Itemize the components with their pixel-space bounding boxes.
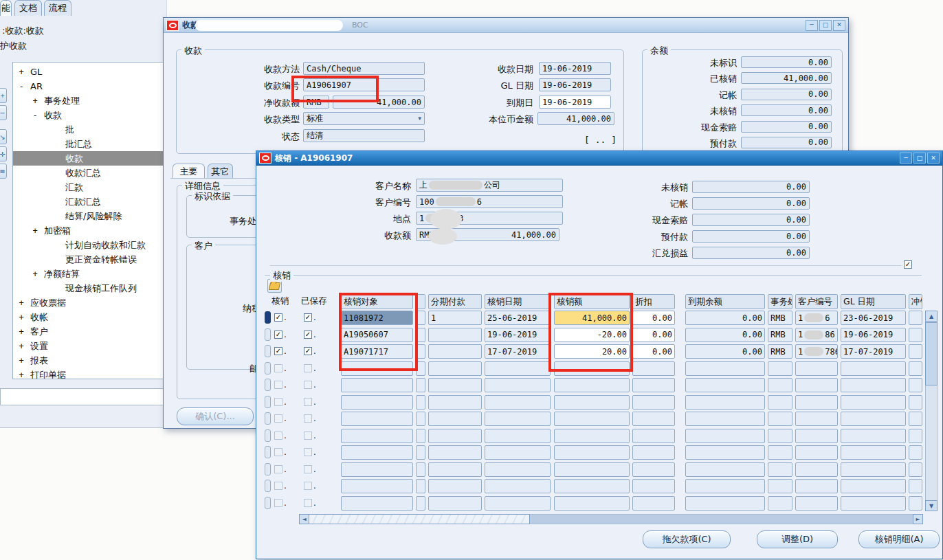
saved-checkbox[interactable] bbox=[304, 313, 312, 322]
apply-date-cell[interactable] bbox=[485, 462, 551, 477]
apply-date-cell[interactable]: 19-06-2019 bbox=[485, 328, 551, 342]
tab-main[interactable]: 主要 bbox=[173, 164, 205, 179]
amount-applied-cell[interactable] bbox=[554, 462, 630, 477]
tree-item[interactable]: + 事务处理 bbox=[13, 93, 166, 108]
tab-processes[interactable]: 流程 bbox=[44, 0, 71, 16]
tree-expander-icon[interactable]: + bbox=[16, 341, 26, 351]
method-field[interactable]: Cash/Cheque bbox=[303, 62, 425, 75]
header-installment[interactable]: 分期付款 bbox=[428, 294, 482, 309]
applied-checkbox[interactable] bbox=[274, 482, 282, 490]
row-selector[interactable] bbox=[265, 497, 271, 509]
tree-expander-icon[interactable]: - bbox=[30, 111, 40, 120]
discount-cell[interactable]: 0.00 bbox=[632, 311, 675, 325]
installment-cell[interactable] bbox=[428, 496, 482, 511]
apply-to-cell[interactable]: A19050607 bbox=[341, 328, 413, 342]
toolbar-open-button[interactable]: ↘ bbox=[0, 129, 7, 144]
maturity-date-field[interactable]: 19-06-2019 bbox=[539, 96, 611, 109]
apply-date-cell[interactable] bbox=[485, 378, 551, 392]
row-selector[interactable] bbox=[265, 429, 271, 442]
chargeback-button[interactable]: 拖欠款项(C) bbox=[643, 530, 731, 548]
applied-checkbox[interactable] bbox=[274, 499, 282, 507]
tree-item[interactable]: 批 bbox=[13, 122, 166, 137]
maximize-icon[interactable]: □ bbox=[819, 20, 832, 31]
tree-item[interactable]: 收款汇总 bbox=[13, 166, 166, 180]
tree-item[interactable]: - 收款 bbox=[13, 108, 166, 122]
tree-expander-icon[interactable]: + bbox=[16, 327, 26, 337]
tab-documents[interactable]: 文档 bbox=[14, 0, 42, 16]
discount-cell[interactable] bbox=[632, 462, 675, 477]
row-selector[interactable] bbox=[265, 480, 271, 492]
apply-date-cell[interactable] bbox=[485, 395, 551, 410]
tree-item[interactable]: + 加密箱 bbox=[13, 223, 166, 238]
installment-cell[interactable] bbox=[428, 462, 482, 477]
amount-applied-cell[interactable] bbox=[554, 395, 630, 410]
discount-cell[interactable] bbox=[632, 395, 675, 410]
tree-item[interactable]: - AR bbox=[13, 79, 166, 93]
confirm-button[interactable]: 确认(C)... bbox=[177, 407, 254, 425]
row-selector[interactable] bbox=[265, 345, 271, 357]
vertical-scroll-thumb[interactable] bbox=[925, 322, 938, 385]
tree-expander-icon[interactable]: - bbox=[16, 82, 26, 91]
saved-checkbox[interactable] bbox=[304, 331, 312, 339]
tree-expander-icon[interactable]: + bbox=[16, 370, 26, 380]
installment-cell[interactable] bbox=[428, 479, 482, 493]
tree-item[interactable]: 计划自动收款和汇款 bbox=[13, 238, 166, 252]
minimize-icon[interactable]: ─ bbox=[806, 20, 818, 31]
scroll-down-icon[interactable]: ▼ bbox=[925, 500, 938, 511]
applied-checkbox[interactable] bbox=[274, 414, 282, 423]
installment-cell[interactable] bbox=[428, 378, 482, 392]
amount-applied-cell[interactable]: 41,000.00 bbox=[554, 311, 630, 325]
amount-applied-cell[interactable]: -20.00 bbox=[554, 328, 630, 342]
tree-item[interactable]: + 应收票据 bbox=[13, 295, 166, 310]
horizontal-scroll-thumb[interactable] bbox=[309, 514, 530, 524]
amount-applied-cell[interactable] bbox=[554, 479, 630, 493]
amount-applied-cell[interactable] bbox=[554, 496, 630, 511]
customer-number-field[interactable]: 100 6 bbox=[416, 195, 563, 208]
tree-expander-icon[interactable]: + bbox=[30, 96, 40, 106]
tree-item[interactable]: 汇款 bbox=[13, 180, 166, 194]
header-amount-applied[interactable]: 核销额 bbox=[554, 294, 630, 309]
apply-date-cell[interactable] bbox=[485, 361, 551, 376]
discount-cell[interactable] bbox=[632, 479, 675, 493]
saved-checkbox[interactable] bbox=[304, 448, 312, 456]
tree-expander-icon[interactable]: + bbox=[16, 356, 26, 366]
saved-checkbox[interactable] bbox=[304, 499, 312, 507]
amount-applied-cell[interactable] bbox=[554, 429, 630, 443]
row-selector[interactable] bbox=[265, 362, 271, 374]
discount-cell[interactable]: 0.00 bbox=[632, 344, 675, 359]
apply-to-cell[interactable] bbox=[341, 462, 413, 477]
apply-to-cell[interactable] bbox=[341, 479, 413, 493]
row-selector[interactable] bbox=[265, 379, 271, 391]
chevron-down-icon[interactable]: ▼ bbox=[418, 115, 421, 122]
tree-item[interactable]: + GL bbox=[13, 65, 166, 79]
tree-item[interactable]: 结算/风险解除 bbox=[13, 209, 166, 223]
status-field[interactable]: 结清 bbox=[303, 129, 425, 142]
tree-item[interactable]: + 设置 bbox=[13, 339, 166, 353]
apply-to-cell[interactable]: A19071717 bbox=[341, 344, 413, 359]
applied-checkbox[interactable] bbox=[274, 381, 282, 389]
apply-to-cell[interactable]: 11081972 bbox=[341, 311, 413, 325]
saved-checkbox[interactable] bbox=[304, 347, 312, 355]
discount-cell[interactable] bbox=[632, 496, 675, 511]
apply-date-cell[interactable] bbox=[485, 429, 551, 443]
tree-item[interactable]: + 收帐 bbox=[13, 310, 166, 324]
tree-item[interactable]: 收款 bbox=[13, 151, 166, 166]
scroll-right-icon[interactable]: ► bbox=[913, 514, 923, 524]
tree-item[interactable]: + 客户 bbox=[13, 324, 166, 339]
apply-to-cell[interactable] bbox=[341, 445, 413, 460]
tree-item[interactable]: 汇款汇总 bbox=[13, 194, 166, 209]
apply-date-cell[interactable] bbox=[485, 496, 551, 511]
header-apply-to[interactable]: 核销对象 bbox=[341, 294, 413, 309]
apply-to-cell[interactable] bbox=[341, 378, 413, 392]
applied-checkbox[interactable] bbox=[274, 347, 282, 355]
receipt-number-field[interactable]: A19061907 bbox=[303, 78, 425, 91]
open-balances-checkbox[interactable] bbox=[904, 260, 912, 269]
tree-expander-icon[interactable]: + bbox=[16, 313, 26, 322]
saved-checkbox[interactable] bbox=[304, 414, 312, 423]
saved-checkbox[interactable] bbox=[304, 432, 312, 440]
applied-checkbox[interactable] bbox=[274, 364, 282, 372]
row-selector[interactable] bbox=[265, 412, 271, 425]
tree-expander-icon[interactable]: + bbox=[16, 298, 26, 308]
apply-to-cell[interactable] bbox=[341, 361, 413, 376]
receipt-date-field[interactable]: 19-06-2019 bbox=[539, 62, 611, 75]
